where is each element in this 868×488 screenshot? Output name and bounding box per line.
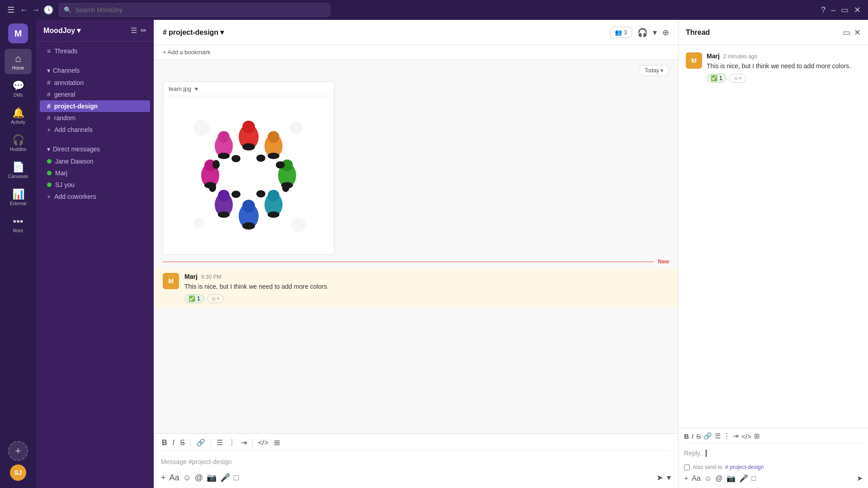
indent-button[interactable]: ⇥ bbox=[240, 437, 248, 448]
close-button[interactable]: ✕ bbox=[854, 5, 861, 15]
add-channels-item[interactable]: + Add channels bbox=[40, 124, 150, 136]
sidebar-item-activity[interactable]: 🔔 Activity bbox=[5, 103, 32, 128]
sidebar-dm-you[interactable]: SJ you bbox=[40, 179, 150, 191]
font-size-button[interactable]: Aa bbox=[170, 473, 179, 483]
workspace-name[interactable]: MoodJoy ▾ bbox=[43, 26, 80, 35]
sidebar-channel-general[interactable]: # general bbox=[40, 89, 150, 100]
thread-shortcut-button[interactable]: □ bbox=[752, 474, 756, 483]
thread-expand-button[interactable]: ▭ bbox=[843, 28, 850, 38]
hamburger-icon[interactable]: ☰ bbox=[7, 5, 14, 15]
thread-reply-input[interactable]: Reply... bbox=[684, 446, 863, 460]
date-chip[interactable]: Today ▾ bbox=[639, 65, 669, 76]
thread-link-button[interactable]: 🔗 bbox=[703, 432, 712, 440]
home-icon: ⌂ bbox=[15, 53, 21, 65]
bold-button[interactable]: B bbox=[161, 438, 168, 448]
camera-button[interactable]: 📷 bbox=[207, 473, 217, 483]
search-input[interactable] bbox=[75, 6, 325, 14]
new-message-divider: New bbox=[154, 255, 678, 268]
sidebar-item-home[interactable]: ⌂ Home bbox=[5, 49, 32, 74]
thread-mention-button[interactable]: @ bbox=[715, 474, 722, 483]
icon-bar-bottom: + SJ bbox=[8, 437, 28, 484]
add-button[interactable]: + bbox=[161, 473, 166, 483]
audio-dropdown[interactable]: ▾ bbox=[653, 28, 657, 38]
svg-point-20 bbox=[218, 190, 230, 202]
restore-button[interactable]: ▭ bbox=[841, 5, 849, 15]
shortcut-button[interactable]: □ bbox=[234, 473, 239, 483]
forward-button[interactable]: → bbox=[32, 5, 40, 15]
also-send-checkbox[interactable] bbox=[684, 465, 690, 470]
add-bookmark-button[interactable]: + Add a bookmark bbox=[163, 49, 210, 56]
thread-code-button[interactable]: </> bbox=[741, 432, 751, 440]
date-divider: Today ▾ bbox=[154, 60, 678, 81]
thread-bold-button[interactable]: B bbox=[684, 432, 689, 440]
thread-indent-button[interactable]: ⇥ bbox=[733, 432, 739, 440]
channel-body[interactable]: Today ▾ team.jpg ▾ bbox=[154, 60, 678, 433]
sidebar-channel-random[interactable]: # random bbox=[40, 112, 150, 124]
help-button[interactable]: ? bbox=[821, 5, 826, 15]
reaction-checkmark[interactable]: ✅ 1 bbox=[184, 294, 204, 303]
strikethrough-button[interactable]: S bbox=[179, 438, 186, 448]
audio-button[interactable]: 🎧 bbox=[637, 28, 647, 38]
sidebar-item-huddles[interactable]: 🎧 Huddles bbox=[5, 130, 32, 155]
add-coworkers-item[interactable]: + Add coworkers bbox=[40, 191, 150, 202]
online-indicator bbox=[47, 183, 52, 187]
minimize-button[interactable]: – bbox=[831, 5, 835, 15]
thread-italic-button[interactable]: I bbox=[692, 432, 693, 440]
more-formatting-button[interactable]: ⊞ bbox=[273, 437, 281, 448]
send-options-button[interactable]: ▾ bbox=[667, 473, 671, 483]
thread-more-button[interactable]: ⊞ bbox=[754, 432, 760, 440]
thread-camera-button[interactable]: 📷 bbox=[726, 474, 736, 483]
link-button[interactable]: 🔗 bbox=[195, 437, 206, 448]
send-button[interactable]: ➤ bbox=[656, 473, 663, 483]
user-avatar[interactable]: SJ bbox=[10, 465, 26, 481]
add-workspace-button[interactable]: + bbox=[8, 441, 28, 461]
composer-input[interactable]: Message #project-design bbox=[161, 454, 671, 470]
thread-add-button[interactable]: + bbox=[684, 474, 688, 483]
thread-send-button[interactable]: ➤ bbox=[857, 474, 863, 483]
search-bar[interactable]: 🔍 bbox=[59, 3, 330, 17]
thread-reaction-checkmark[interactable]: ✅ 1 bbox=[707, 74, 726, 83]
sidebar-item-external[interactable]: 📊 External bbox=[5, 184, 32, 210]
filename-dropdown-icon[interactable]: ▾ bbox=[195, 85, 198, 92]
channels-section-header[interactable]: ▾ Channels bbox=[40, 64, 150, 77]
sidebar-item-threads[interactable]: ≡ Threads bbox=[40, 45, 150, 57]
channel-name[interactable]: # project-design ▾ bbox=[163, 28, 224, 37]
history-button[interactable]: 🕓 bbox=[43, 5, 53, 15]
direct-messages-header[interactable]: ▾ Direct messages bbox=[40, 143, 150, 155]
thread-ordered-list-button[interactable]: ☰ bbox=[715, 432, 721, 440]
sidebar-item-dms[interactable]: 💬 DMs bbox=[5, 76, 32, 101]
thread-emoji-button[interactable]: ☺ bbox=[704, 474, 712, 483]
ordered-list-button[interactable]: ☰ bbox=[216, 437, 224, 448]
unordered-list-button[interactable]: ⋮ bbox=[227, 437, 236, 448]
filter-button[interactable]: ☰ bbox=[131, 26, 137, 35]
thread-close-button[interactable]: ✕ bbox=[854, 28, 861, 38]
add-to-channel-button[interactable]: ⊕ bbox=[662, 28, 669, 38]
mention-button[interactable]: @ bbox=[195, 473, 203, 483]
thread-strikethrough-button[interactable]: S bbox=[696, 432, 701, 440]
sidebar-item-canvases[interactable]: 📄 Canvases bbox=[5, 157, 32, 183]
members-button[interactable]: 👥 3 bbox=[610, 27, 632, 38]
sidebar-dm-marj[interactable]: Marj bbox=[40, 167, 150, 179]
composer-bottom: + Aa ☺ @ 📷 🎤 □ ➤ ▾ bbox=[161, 473, 671, 483]
italic-button[interactable]: I bbox=[172, 438, 175, 448]
compose-button[interactable]: ✏ bbox=[141, 26, 146, 35]
microphone-button[interactable]: 🎤 bbox=[220, 473, 230, 483]
workspace-logo[interactable]: M bbox=[8, 23, 28, 43]
sidebar-item-more[interactable]: ••• More bbox=[5, 211, 32, 237]
sidebar-channel-project-design[interactable]: # project-design bbox=[40, 100, 150, 112]
add-reaction-button[interactable]: ☺+ bbox=[207, 294, 224, 303]
thread-unordered-list-button[interactable]: ⋮ bbox=[723, 432, 730, 440]
sidebar-channel-annotation[interactable]: # annotation bbox=[40, 77, 150, 89]
new-divider-line bbox=[163, 262, 654, 262]
thread-microphone-button[interactable]: 🎤 bbox=[739, 474, 748, 483]
thread-font-button[interactable]: Aa bbox=[692, 474, 701, 483]
svg-point-14 bbox=[268, 190, 279, 202]
code-button[interactable]: </> bbox=[257, 438, 269, 448]
thread-add-reaction-button[interactable]: ☺+ bbox=[729, 74, 746, 83]
message-avatar: M bbox=[163, 273, 179, 289]
sidebar-dm-jane[interactable]: Jane Dawson bbox=[40, 155, 150, 167]
emoji-button[interactable]: ☺ bbox=[183, 473, 191, 483]
svg-point-35 bbox=[231, 155, 241, 162]
back-button[interactable]: ← bbox=[20, 5, 28, 15]
thread-message-avatar: M bbox=[686, 52, 702, 69]
